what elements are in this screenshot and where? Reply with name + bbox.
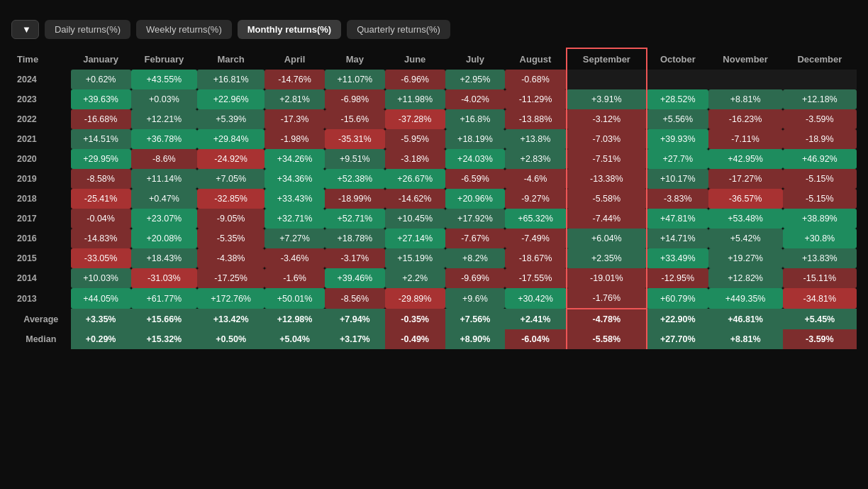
footer-cell: +46.81%	[708, 309, 783, 329]
data-cell: +33.49%	[647, 248, 708, 268]
data-cell: +0.47%	[131, 189, 198, 209]
data-cell: -18.9%	[783, 129, 857, 149]
data-cell: -4.6%	[505, 169, 566, 189]
data-cell: -1.98%	[265, 129, 325, 149]
table-row: 2017-0.04%+23.07%-9.05%+32.71%+52.71%+10…	[11, 209, 857, 229]
footer-cell: +0.29%	[71, 329, 131, 349]
data-cell: -33.05%	[71, 248, 131, 268]
data-cell: +2.81%	[265, 89, 325, 109]
data-cell: -13.88%	[505, 109, 566, 129]
data-cell: +9.6%	[445, 288, 506, 309]
data-cell: -3.46%	[265, 248, 325, 268]
data-cell: +10.03%	[71, 268, 131, 288]
data-cell: -17.27%	[708, 169, 783, 189]
footer-cell: -0.35%	[385, 309, 445, 329]
data-cell: +449.35%	[708, 288, 783, 309]
footer-label: Average	[11, 309, 71, 329]
data-cell: +36.78%	[131, 129, 198, 149]
data-cell: -14.83%	[71, 229, 131, 248]
data-cell: +29.95%	[71, 149, 131, 169]
data-cell: -3.17%	[325, 248, 385, 268]
footer-cell: +7.94%	[325, 309, 385, 329]
footer-cell: +13.42%	[197, 309, 265, 329]
data-cell: +29.84%	[197, 129, 265, 149]
data-cell: -18.99%	[325, 189, 385, 209]
col-header-june: June	[385, 48, 445, 70]
data-cell: -5.58%	[567, 189, 647, 209]
data-cell: -12.95%	[647, 268, 708, 288]
data-cell: +7.27%	[265, 229, 325, 248]
tab-weekly[interactable]: Weekly returns(%)	[136, 20, 232, 39]
footer-cell: +8.81%	[708, 329, 783, 349]
data-cell: -19.01%	[567, 268, 647, 288]
table-row: 2020+29.95%-8.6%-24.92%+34.26%+9.51%-3.1…	[11, 149, 857, 169]
data-cell: +18.19%	[445, 129, 506, 149]
footer-cell: +15.66%	[131, 309, 198, 329]
data-cell: -1.76%	[567, 288, 647, 309]
col-header-august: August	[505, 48, 566, 70]
data-cell	[647, 70, 708, 89]
data-cell: -14.62%	[385, 189, 445, 209]
data-cell: -16.68%	[71, 109, 131, 129]
data-cell: +5.42%	[708, 229, 783, 248]
year-cell: 2015	[11, 248, 71, 268]
year-cell: 2014	[11, 268, 71, 288]
footer-cell: -3.59%	[783, 329, 857, 349]
data-cell: -3.18%	[385, 149, 445, 169]
asset-selector[interactable]: ▼	[11, 20, 39, 39]
data-cell: -6.96%	[385, 70, 445, 89]
data-cell: -3.83%	[647, 189, 708, 209]
table-row: 2022-16.68%+12.21%+5.39%-17.3%-15.6%-37.…	[11, 109, 857, 129]
data-cell: +11.07%	[325, 70, 385, 89]
data-cell: -7.67%	[445, 229, 506, 248]
data-cell: -6.98%	[325, 89, 385, 109]
year-cell: 2020	[11, 149, 71, 169]
data-cell: +34.26%	[265, 149, 325, 169]
footer-cell: +5.04%	[265, 329, 325, 349]
data-cell: +52.38%	[325, 169, 385, 189]
data-cell: +9.51%	[325, 149, 385, 169]
tab-quarterly[interactable]: Quarterly returns(%)	[347, 20, 450, 39]
data-cell: -5.95%	[385, 129, 445, 149]
table-row: 2014+10.03%-31.03%-17.25%-1.6%+39.46%+2.…	[11, 268, 857, 288]
footer-cell: +5.45%	[783, 309, 857, 329]
data-cell: +43.55%	[131, 70, 198, 89]
data-cell: -0.04%	[71, 209, 131, 229]
col-header-july: July	[445, 48, 506, 70]
data-cell: +61.77%	[131, 288, 198, 309]
data-cell: +30.42%	[505, 288, 566, 309]
data-cell: +2.35%	[567, 248, 647, 268]
tab-monthly[interactable]: Monthly returns(%)	[238, 20, 341, 39]
table-row: 2024+0.62%+43.55%+16.81%-14.76%+11.07%-6…	[11, 70, 857, 89]
data-cell: +52.71%	[325, 209, 385, 229]
year-cell: 2021	[11, 129, 71, 149]
table-header: TimeJanuaryFebruaryMarchAprilMayJuneJuly…	[11, 48, 857, 70]
data-cell: +8.81%	[708, 89, 783, 109]
data-cell: -8.56%	[325, 288, 385, 309]
data-cell: +46.92%	[783, 149, 857, 169]
data-cell: +14.51%	[71, 129, 131, 149]
footer-cell: +7.56%	[445, 309, 506, 329]
data-cell: -32.85%	[197, 189, 265, 209]
tab-daily[interactable]: Daily returns(%)	[45, 20, 130, 39]
data-cell: +2.83%	[505, 149, 566, 169]
data-cell: +12.21%	[131, 109, 198, 129]
data-cell: -17.3%	[265, 109, 325, 129]
data-cell: -7.03%	[567, 129, 647, 149]
footer-cell: +0.50%	[197, 329, 265, 349]
data-cell: +5.56%	[647, 109, 708, 129]
data-cell: -15.6%	[325, 109, 385, 129]
data-cell: +32.71%	[265, 209, 325, 229]
data-cell: -5.15%	[783, 189, 857, 209]
data-cell: -7.44%	[567, 209, 647, 229]
data-cell: -8.6%	[131, 149, 198, 169]
data-cell: -1.6%	[265, 268, 325, 288]
data-cell: +8.2%	[445, 248, 506, 268]
year-cell: 2022	[11, 109, 71, 129]
col-header-april: April	[265, 48, 325, 70]
footer-cell: +22.90%	[647, 309, 708, 329]
table-row: 2019-8.58%+11.14%+7.05%+34.36%+52.38%+26…	[11, 169, 857, 189]
data-cell: +10.45%	[385, 209, 445, 229]
data-cell: +27.7%	[647, 149, 708, 169]
data-cell: -35.31%	[325, 129, 385, 149]
